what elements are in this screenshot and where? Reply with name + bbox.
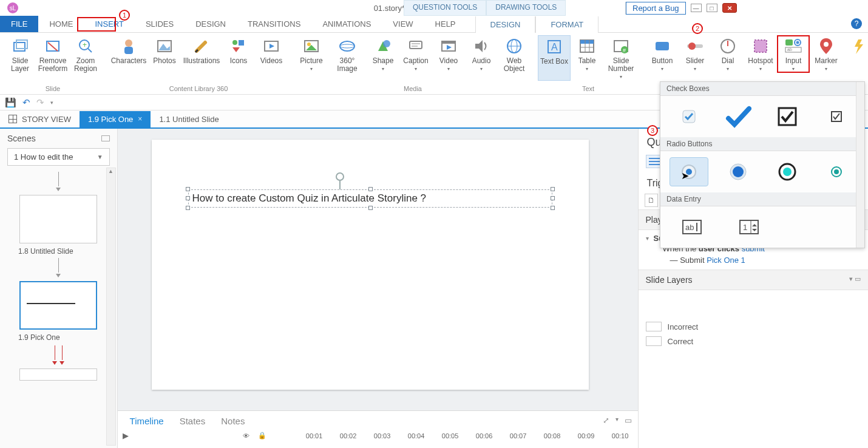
resize-handle[interactable] (551, 196, 555, 200)
slide-thumb-partial[interactable] (19, 368, 97, 381)
slide-thumb-selected[interactable] (19, 281, 97, 330)
table-button[interactable]: Table▾ (571, 35, 603, 81)
photos-button[interactable]: Photos (148, 35, 181, 66)
tab-animations[interactable]: ANIMATIONS (311, 16, 382, 32)
help-icon[interactable]: ? (851, 18, 862, 29)
slider-button[interactable]: Slider▾ (679, 35, 711, 73)
slide-tab-active[interactable]: 1.9 Pick One× (80, 111, 151, 127)
dial-button[interactable]: Dial▾ (711, 35, 744, 73)
tab-design[interactable]: DESIGN (185, 16, 237, 32)
slide-layer-button[interactable]: Slide Layer (4, 35, 36, 74)
states-tab[interactable]: States (180, 416, 206, 426)
text-box-button[interactable]: AText Box (538, 35, 571, 81)
tab-drawing-format[interactable]: FORMAT (535, 16, 598, 33)
radio-style-2[interactable] (719, 157, 758, 186)
radio-style-4[interactable] (817, 157, 856, 186)
report-bug-button[interactable]: Report a Bug (626, 2, 686, 15)
shape-button[interactable]: Shape▾ (367, 35, 399, 74)
audio-button[interactable]: Audio▾ (465, 35, 498, 74)
resize-handle[interactable] (186, 206, 190, 210)
numeric-entry-button[interactable]: 1 (730, 212, 768, 242)
tab-help[interactable]: HELP (424, 16, 467, 32)
checkbox-style-2[interactable] (719, 102, 758, 131)
marker-button[interactable]: Marker▾ (810, 35, 843, 73)
text-entry-button[interactable]: ab (673, 212, 711, 242)
video-button[interactable]: Video▾ (432, 35, 465, 74)
resize-handle[interactable] (368, 187, 373, 191)
checkbox-style-3[interactable] (768, 102, 807, 131)
timeline-panel-icon[interactable]: ▭ (625, 416, 632, 425)
radio-style-3[interactable] (768, 157, 807, 186)
360-image-button[interactable]: 360° Image (328, 35, 367, 74)
tab-transitions[interactable]: TRANSITIONS (237, 16, 311, 32)
characters-button[interactable]: Characters (109, 35, 148, 66)
timeline-tab[interactable]: Timeline (130, 416, 164, 426)
resize-handle[interactable] (551, 206, 555, 210)
slide-tab-other[interactable]: 1.1 Untitled Slide (151, 111, 227, 127)
slide-number-button[interactable]: #Slide Number▾ (603, 35, 639, 81)
slide-layers-head[interactable]: Slide Layers▾ ▭ (639, 270, 868, 290)
qat-dropdown-icon[interactable]: ▾ (50, 100, 53, 106)
save-icon[interactable]: 💾 (5, 97, 16, 108)
new-trigger-icon[interactable]: 🗋 (645, 194, 658, 207)
web-object-button[interactable]: Web Object (498, 35, 531, 74)
rotate-handle[interactable] (336, 172, 344, 181)
timeline-zoom-icon[interactable]: ⤢ (603, 416, 609, 425)
button-button[interactable]: Button▾ (646, 35, 679, 73)
close-window-button[interactable]: ✕ (722, 3, 737, 13)
hotspot-button[interactable]: Hotspot▾ (744, 35, 777, 73)
svg-rect-43 (656, 42, 669, 50)
minimize-button[interactable]: — (691, 4, 702, 12)
tab-file[interactable]: FILE (0, 16, 38, 32)
resize-handle[interactable] (186, 187, 190, 191)
drawing-tools-tab[interactable]: DRAWING TOOLS (486, 0, 566, 16)
tick: 00:10 (608, 432, 633, 440)
trigger-icon-button[interactable] (850, 35, 868, 64)
tab-view[interactable]: VIEW (382, 16, 424, 32)
checkbox-style-4[interactable] (817, 102, 856, 131)
undo-icon[interactable]: ↶ (22, 97, 30, 108)
icons-button[interactable]: Icons (222, 35, 255, 66)
dropdown-scrollbar[interactable] (856, 82, 864, 248)
tab-question-design[interactable]: DESIGN (475, 16, 536, 33)
slide-textbox[interactable]: How to create Custom Quiz in Articulate … (188, 189, 552, 208)
close-tab-icon[interactable]: × (138, 115, 142, 123)
slide-thumb-label: 1.8 Untitled Slide (18, 247, 110, 256)
question-tools-tab[interactable]: QUESTION TOOLS (404, 0, 486, 16)
zoom-region-button[interactable]: +Zoom Region (69, 35, 102, 74)
remove-freeform-button[interactable]: Remove Freeform (36, 35, 69, 74)
scene-selector[interactable]: 1 How to edit the▼ (7, 148, 110, 166)
checkbox-style-1[interactable] (670, 102, 708, 131)
notes-tab[interactable]: Notes (221, 416, 245, 426)
layer-row-correct[interactable]: Correct (639, 334, 868, 348)
tab-slides[interactable]: SLIDES (135, 16, 185, 32)
picture-button[interactable]: Picture▾ (295, 35, 328, 74)
input-button[interactable]: abInput▾ (777, 35, 810, 73)
svg-point-70 (783, 168, 792, 176)
svg-marker-80 (752, 229, 757, 231)
slide-canvas[interactable] (152, 140, 589, 390)
lock-icon[interactable]: 🔒 (258, 432, 266, 440)
svg-marker-15 (270, 44, 274, 49)
story-view-tab[interactable]: STORY VIEW (0, 111, 80, 127)
scenes-scrollbar[interactable]: ▲ (106, 168, 116, 446)
videos-button[interactable]: Videos (255, 35, 288, 66)
tick: 00:05 (438, 432, 463, 440)
redo-icon[interactable]: ↷ (36, 97, 44, 108)
radio-style-1[interactable]: ➤ (670, 157, 708, 186)
trigger-action[interactable]: — Submit Pick One 1 (646, 254, 861, 266)
layer-row-incorrect[interactable]: Incorrect (639, 319, 868, 334)
maximize-button[interactable]: □ (707, 4, 717, 12)
play-icon[interactable]: ▶ (123, 431, 129, 440)
timeline-dropdown-icon[interactable]: ▾ (615, 416, 619, 425)
text-group-label: Text (582, 85, 594, 94)
illustrations-button[interactable]: Illustrations (181, 35, 222, 66)
caption-button[interactable]: Caption▾ (399, 35, 432, 74)
panel-layout-icon[interactable] (101, 135, 110, 141)
resize-handle[interactable] (368, 206, 373, 210)
resize-handle[interactable] (551, 187, 555, 191)
slide-thumb[interactable] (19, 195, 97, 243)
eye-icon[interactable]: 👁 (243, 432, 249, 440)
expand-icon[interactable]: ▾ (646, 235, 649, 242)
resize-handle[interactable] (186, 196, 190, 200)
